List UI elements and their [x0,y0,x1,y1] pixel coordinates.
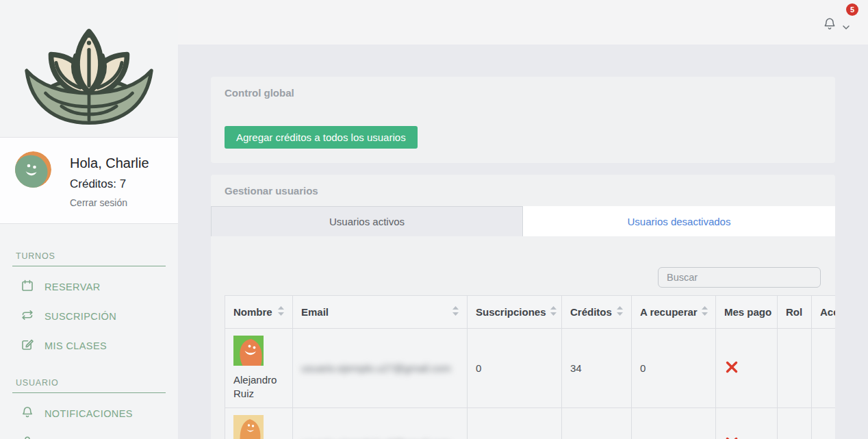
sidebar-item-notificaciones[interactable]: NOTIFICACIONES [0,399,178,428]
cell-mes-pago [716,329,778,408]
user-avatar [15,151,51,188]
control-global-card: Control global Agregar créditos a todos … [211,77,835,163]
repeat-icon [21,308,34,324]
sidebar-item-suscripcion[interactable]: SUSCRIPCIÓN [0,301,178,331]
cell-acciones [812,329,836,408]
tab-usuarios-activos[interactable]: Usuarios activos [211,206,523,236]
nav-divider [12,266,166,266]
col-header-suscripciones[interactable]: Suscripciones [468,296,562,329]
users-tabs: Usuarios activos Usuarios desactivados [211,206,835,236]
cell-mes-pago [716,408,778,439]
user-name: Alejandro Ruiz [233,373,284,401]
manage-users-card: Gestionar usuarios Usuarios activos Usua… [211,175,835,439]
bell-icon[interactable] [822,16,837,32]
users-table-container: Nombre Email Suscripciones Créditos A re… [225,295,835,439]
sidebar-item-label: RESERVAR [44,281,101,292]
table-row: Alejandro Ruiz usuario.ejemplo.u27@gmail… [225,329,836,408]
card-title: Control global [225,87,294,99]
col-header-mes-pago: Mes pago [716,296,778,329]
sidebar-item-reservar[interactable]: RESERVAR [0,272,178,301]
sidebar-item-label: MIS CLASES [44,340,107,351]
nav-section-title: USUARIO [0,378,178,388]
person-icon [21,435,34,439]
col-header-acciones: Acciones [812,296,836,329]
cell-email: usuario.ejemplo2.u9@gmail.com [293,408,468,439]
sort-icon[interactable] [550,306,557,318]
card-title: Gestionar usuarios [225,185,318,197]
sort-icon[interactable] [617,306,623,318]
user-credits: Créditos: 7 [70,177,149,191]
user-greeting: Hola, Charlie [70,155,149,171]
col-header-nombre[interactable]: Nombre [225,296,293,329]
nav-divider [12,392,166,393]
cell-suscripciones: 0 [468,408,562,439]
cell-creditos: 34 [562,329,632,408]
blob-smiley-avatar-icon [233,415,284,439]
cell-a-recuperar: 0 [632,408,716,439]
logo-area [0,0,178,137]
sidebar-item-label: SUSCRIPCIÓN [44,311,116,322]
col-header-creditos[interactable]: Créditos [562,296,632,329]
edit-icon [21,338,34,353]
cell-suscripciones: 0 [468,329,562,408]
table-header-row: Nombre Email Suscripciones Créditos A re… [225,296,836,329]
cell-rol [778,408,812,439]
sidebar: Hola, Charlie Créditos: 7 Cerrar sesión … [0,0,178,439]
sort-icon[interactable] [702,306,708,318]
cell-nombre [225,408,293,439]
cell-creditos: 33 [562,408,632,439]
x-mark-icon [724,436,739,439]
col-header-email[interactable]: Email [293,296,468,329]
bell-icon [21,405,34,421]
cell-nombre: Alejandro Ruiz [225,329,293,408]
search-input[interactable] [658,267,821,288]
cell-rol [778,329,812,408]
col-header-rol: Rol [778,296,812,329]
cell-a-recuperar: 0 [632,329,716,408]
sidebar-item-mis-clases[interactable]: MIS CLASES [0,331,178,360]
user-card: Hola, Charlie Créditos: 7 Cerrar sesión [0,137,178,224]
topbar-actions: 5 [776,0,858,45]
notification-badge[interactable]: 5 [846,3,858,16]
lotus-logo-icon [16,7,162,133]
sort-icon[interactable] [278,306,284,318]
calendar-icon [21,279,34,294]
sidebar-item-perfil[interactable]: PERFIL [0,428,178,439]
cell-email: usuario.ejemplo.u27@gmail.com [293,329,468,408]
cell-acciones [812,408,836,439]
col-header-a-recuperar[interactable]: A recuperar [632,296,716,329]
add-credits-all-users-button[interactable]: Agregar créditos a todos los usuarios [225,126,418,149]
sort-icon[interactable] [452,306,459,318]
sidebar-nav: TURNOS RESERVAR [0,224,178,439]
users-table: Nombre Email Suscripciones Créditos A re… [225,295,835,439]
logout-link[interactable]: Cerrar sesión [70,197,149,208]
sidebar-item-label: NOTIFICACIONES [44,408,133,419]
tab-usuarios-desactivados[interactable]: Usuarios desactivados [523,206,835,236]
x-mark-icon [724,360,739,375]
chevron-down-icon[interactable] [842,21,850,26]
nav-section-title: TURNOS [0,251,178,261]
table-row: usuario.ejemplo2.u9@gmail.com 0 33 0 [225,408,836,439]
blob-smiley-avatar-icon [233,336,284,368]
blurred-email: usuario.ejemplo.u27@gmail.com [301,362,451,374]
nav-section-turnos: TURNOS RESERVAR [0,251,178,360]
main-content: Control global Agregar créditos a todos … [178,45,868,439]
nav-section-usuario: USUARIO NOTIFICACIONES P [0,378,178,439]
